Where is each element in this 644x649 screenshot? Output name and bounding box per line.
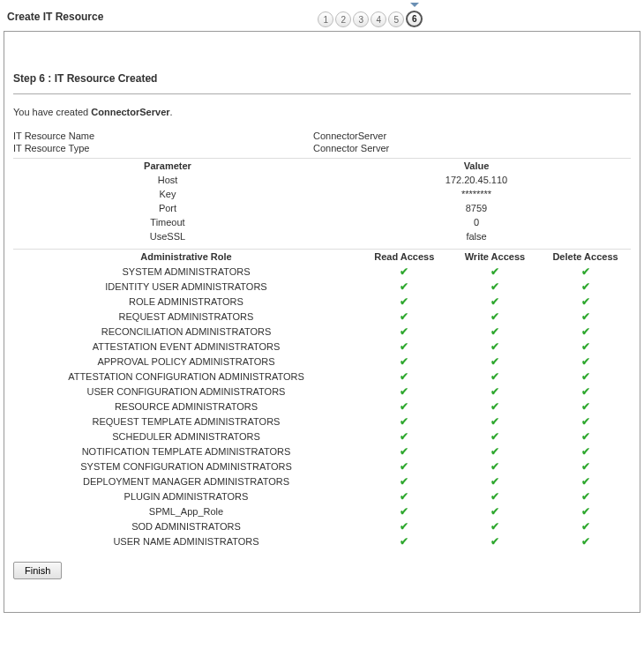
check-icon: ✔: [581, 504, 590, 519]
check-icon: ✔: [490, 354, 499, 369]
role-name: USER NAME ADMINISTRATORS: [13, 534, 359, 549]
role-write-access: ✔: [450, 310, 541, 324]
role-name: ROLE ADMINISTRATORS: [13, 295, 359, 310]
role-del-access: ✔: [540, 295, 631, 310]
role-write-access: ✔: [450, 280, 541, 295]
role-del-access: ✔: [540, 474, 631, 489]
parameters-table: Parameter Value Host172.20.45.110Key****…: [13, 158, 631, 243]
param-name: Host: [13, 173, 322, 187]
role-name: APPROVAL POLICY ADMINISTRATORS: [13, 354, 359, 369]
role-read-access: ✔: [359, 444, 450, 459]
check-icon: ✔: [581, 324, 590, 339]
role-row: IDENTITY USER ADMINISTRATORS✔✔✔: [13, 280, 631, 295]
role-read-access: ✔: [359, 324, 450, 339]
role-row: ROLE ADMINISTRATORS✔✔✔: [13, 295, 631, 310]
wizard-step-2[interactable]: 2: [335, 11, 351, 27]
check-icon: ✔: [400, 489, 408, 504]
role-read-access: ✔: [359, 280, 450, 295]
wizard-step-3[interactable]: 3: [353, 11, 369, 27]
role-row: RESOURCE ADMINISTRATORS✔✔✔: [13, 399, 631, 414]
role-read-access: ✔: [359, 354, 450, 369]
check-icon: ✔: [581, 265, 590, 280]
role-del-access: ✔: [540, 265, 631, 280]
check-icon: ✔: [400, 339, 408, 354]
finish-button[interactable]: Finish: [13, 562, 62, 579]
role-del-access: ✔: [540, 534, 631, 549]
role-write-access: ✔: [450, 295, 541, 310]
role-row: SOD ADMINISTRATORS✔✔✔: [13, 519, 631, 534]
check-icon: ✔: [400, 399, 408, 414]
role-row: NOTIFICATION TEMPLATE ADMINISTRATORS✔✔✔: [13, 444, 631, 459]
check-icon: ✔: [581, 414, 590, 429]
role-name: SYSTEM ADMINISTRATORS: [13, 265, 359, 280]
role-read-access: ✔: [359, 295, 450, 310]
check-icon: ✔: [490, 489, 499, 504]
param-row: UseSSLfalse: [13, 229, 631, 243]
role-row: ATTESTATION EVENT ADMINISTRATORS✔✔✔: [13, 339, 631, 354]
check-icon: ✔: [581, 399, 590, 414]
check-icon: ✔: [581, 444, 590, 459]
role-del-access: ✔: [540, 384, 631, 399]
check-icon: ✔: [400, 310, 408, 324]
wizard-step-1[interactable]: 1: [318, 11, 333, 27]
check-icon: ✔: [490, 280, 499, 295]
check-icon: ✔: [400, 474, 408, 489]
created-prefix: You have created: [13, 107, 91, 117]
wizard-step-5[interactable]: 5: [388, 11, 404, 27]
created-message: You have created ConnectorServer.: [13, 107, 631, 117]
check-icon: ✔: [490, 384, 499, 399]
role-read-access: ✔: [359, 265, 450, 280]
check-icon: ✔: [581, 429, 590, 444]
param-value: 8759: [322, 201, 631, 215]
check-icon: ✔: [490, 474, 499, 489]
param-value: false: [322, 229, 631, 243]
page-title: Create IT Resource: [7, 11, 103, 23]
role-del-access: ✔: [540, 444, 631, 459]
role-read-access: ✔: [359, 414, 450, 429]
role-write-access: ✔: [450, 429, 541, 444]
role-write-access: ✔: [450, 339, 541, 354]
check-icon: ✔: [581, 295, 590, 310]
wizard-step-6[interactable]: 6: [406, 11, 423, 27]
role-write-access: ✔: [450, 414, 541, 429]
divider: [13, 93, 631, 94]
check-icon: ✔: [490, 534, 499, 549]
role-del-access: ✔: [540, 489, 631, 504]
check-icon: ✔: [490, 429, 499, 444]
check-icon: ✔: [400, 324, 408, 339]
check-icon: ✔: [581, 310, 590, 324]
param-name: Timeout: [13, 215, 322, 229]
check-icon: ✔: [581, 489, 590, 504]
role-read-access: ✔: [359, 399, 450, 414]
role-name: NOTIFICATION TEMPLATE ADMINISTRATORS: [13, 444, 359, 459]
check-icon: ✔: [400, 459, 408, 474]
resource-details: IT Resource NameConnectorServerIT Resour…: [13, 130, 631, 154]
check-icon: ✔: [581, 369, 590, 384]
roles-header-write: Write Access: [450, 250, 541, 265]
role-name: USER CONFIGURATION ADMINISTRATORS: [13, 384, 359, 399]
detail-value: ConnectorServer: [313, 130, 386, 142]
check-icon: ✔: [490, 339, 499, 354]
role-del-access: ✔: [540, 504, 631, 519]
role-name: RECONCILIATION ADMINISTRATORS: [13, 324, 359, 339]
role-row: PLUGIN ADMINISTRATORS✔✔✔: [13, 489, 631, 504]
check-icon: ✔: [490, 459, 499, 474]
check-icon: ✔: [490, 324, 499, 339]
role-name: IDENTITY USER ADMINISTRATORS: [13, 280, 359, 295]
param-row: Timeout0: [13, 215, 631, 229]
wizard-step-4[interactable]: 4: [371, 11, 386, 27]
role-write-access: ✔: [450, 384, 541, 399]
check-icon: ✔: [400, 504, 408, 519]
check-icon: ✔: [400, 414, 408, 429]
role-read-access: ✔: [359, 310, 450, 324]
role-name: SYSTEM CONFIGURATION ADMINISTRATORS: [13, 459, 359, 474]
role-del-access: ✔: [540, 414, 631, 429]
role-name: ATTESTATION EVENT ADMINISTRATORS: [13, 339, 359, 354]
check-icon: ✔: [581, 339, 590, 354]
role-write-access: ✔: [450, 474, 541, 489]
created-suffix: .: [170, 107, 173, 117]
check-icon: ✔: [400, 280, 408, 295]
check-icon: ✔: [581, 459, 590, 474]
role-del-access: ✔: [540, 369, 631, 384]
detail-row: IT Resource TypeConnector Server: [13, 142, 631, 154]
